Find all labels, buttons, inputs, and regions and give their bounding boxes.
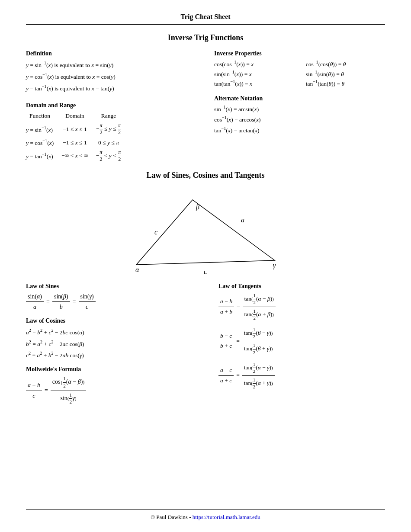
- inv-prop-2a: sin(sin−1(x)) = x: [214, 70, 293, 78]
- inverse-properties-grid: cos(cos−1(x)) = x cos−1(cos(θ)) = θ sin(…: [214, 60, 385, 87]
- table-row: y = sin−1(x) −1 ≤ x ≤ 1 −π2 ≤ y ≤ π2: [26, 121, 129, 137]
- col-domain: Domain: [61, 112, 96, 121]
- tan-formula-3: a − c a + c = tan(12(α − γ)) tan(12(α + …: [218, 361, 385, 390]
- right-laws: Law of Tangents a − b a + b = tan(12(α −…: [218, 283, 385, 412]
- definition-line2: y = cos−1(x) is equivalent to x = cos(y): [26, 71, 197, 81]
- inv-prop-2b: sin−1(sin(θ)) = θ: [306, 70, 385, 78]
- svg-text:b: b: [203, 270, 207, 274]
- law-of-tangents-title: Law of Tangents: [218, 283, 385, 290]
- footer-link[interactable]: https://tutorial.math.lamar.edu: [193, 514, 260, 520]
- cos-formula-2: b2 = a2 + c2 − 2ac cos(β): [26, 339, 193, 349]
- inv-prop-3b: tan−1(tan(θ)) = θ: [306, 79, 385, 87]
- alt-notation-1: sin−1(x) = arcsin(x): [214, 105, 385, 113]
- alt-notation-2: cos−1(x) = arccos(x): [214, 115, 385, 123]
- inverse-trig-content: Definition y = sin−1(x) is equivalent to…: [26, 50, 385, 164]
- svg-text:c: c: [154, 228, 157, 236]
- law-of-cosines: Law of Cosines a2 = b2 + c2 − 2bc cos(α)…: [26, 317, 193, 360]
- law-of-sines: Law of Sines sin(α) a = sin(β) b = sin(γ…: [26, 283, 193, 311]
- law-of-tangents: Law of Tangents a − b a + b = tan(12(α −…: [218, 283, 385, 390]
- tan-right-2: tan(12(β − γ)) tan(12(β + γ)): [242, 327, 275, 356]
- tan-left-3: a − c a + c: [218, 366, 234, 385]
- inv-prop-1b: cos−1(cos(θ)) = θ: [306, 60, 385, 68]
- definition-title: Definition: [26, 50, 197, 57]
- footer-copyright: © Paul Dawkins: [151, 514, 188, 520]
- tan-left-1: a − b a + b: [218, 298, 234, 316]
- cos-formula-3: c2 = a2 + b2 − 2ab cos(γ): [26, 350, 193, 360]
- definition-line3: y = tan−1(x) is equivalent to x = tan(y): [26, 83, 197, 93]
- domain-sin: −1 ≤ x ≤ 1: [61, 121, 96, 137]
- fn-sin: y = sin−1(x): [26, 121, 61, 137]
- table-row: y = tan−1(x) −∞ < x < ∞ −π2 < y < π2: [26, 148, 129, 164]
- range-cos: 0 ≤ y ≤ π: [96, 137, 129, 148]
- sin-beta-frac: sin(β) b: [52, 292, 70, 311]
- tan-formula-1: a − b a + b = tan(12(α − β)) tan(12(α + …: [218, 292, 385, 321]
- range-sin: −π2 ≤ y ≤ π2: [96, 121, 129, 137]
- law-section-title: Law of Sines, Cosines and Tangents: [26, 171, 385, 180]
- fn-cos: y = cos−1(x): [26, 137, 61, 148]
- domain-range-table: Function Domain Range y = sin−1(x) −1 ≤ …: [26, 112, 129, 164]
- footer: © Paul Dawkins - https://tutorial.math.l…: [26, 509, 385, 523]
- inv-prop-1a: cos(cos−1(x)) = x: [214, 60, 293, 68]
- law-of-sines-title: Law of Sines: [26, 283, 193, 290]
- right-column: Inverse Properties cos(cos−1(x)) = x cos…: [214, 50, 385, 164]
- range-tan: −π2 < y < π2: [96, 148, 129, 164]
- law-of-sines-formula: sin(α) a = sin(β) b = sin(γ) c: [26, 292, 193, 311]
- inverse-properties-title: Inverse Properties: [214, 50, 385, 57]
- table-row: y = cos−1(x) −1 ≤ x ≤ 1 0 ≤ y ≤ π: [26, 137, 129, 148]
- title-text: Trig Cheat Sheet: [180, 13, 230, 20]
- cos-formula-1: a2 = b2 + c2 − 2bc cos(α): [26, 327, 193, 337]
- svg-text:γ: γ: [273, 262, 276, 269]
- alt-notation-3: tan−1(x) = arctan(x): [214, 126, 385, 134]
- page: Trig Cheat Sheet Inverse Trig Functions …: [0, 0, 411, 532]
- mollweides-formula: Mollweide's Formula a + b c = cos(12(α −…: [26, 366, 193, 406]
- col-range: Range: [96, 112, 129, 121]
- col-function: Function: [26, 112, 61, 121]
- tan-formula-2: b − c b + c = tan(12(β − γ)) tan(12(β + …: [218, 327, 385, 356]
- tan-right-3: tan(12(α − γ)) tan(12(α + γ)): [242, 361, 275, 390]
- sin-alpha-frac: sin(α) a: [26, 292, 44, 311]
- law-content: Law of Sines sin(α) a = sin(β) b = sin(γ…: [26, 283, 385, 412]
- left-laws: Law of Sines sin(α) a = sin(β) b = sin(γ…: [26, 283, 193, 412]
- triangle-diagram: β a c α γ b: [26, 188, 385, 274]
- definition-line1: y = sin−1(x) is equivalent to x = sin(y): [26, 60, 197, 70]
- mollweide-right-frac: cos(12(α − β)) sin(12γ): [51, 375, 86, 406]
- svg-text:α: α: [135, 266, 139, 273]
- tan-left-2: b − c b + c: [218, 332, 234, 351]
- inv-prop-3a: tan(tan−1(x)) = x: [214, 79, 293, 87]
- domain-range-title: Domain and Range: [26, 102, 197, 109]
- sin-gamma-frac: sin(γ) c: [79, 292, 96, 311]
- left-column: Definition y = sin−1(x) is equivalent to…: [26, 50, 197, 164]
- svg-text:β: β: [196, 203, 199, 211]
- mollweide-formula: a + b c = cos(12(α − β)) sin(12γ): [26, 375, 193, 406]
- domain-tan: −∞ < x < ∞: [61, 148, 96, 164]
- mollweides-title: Mollweide's Formula: [26, 366, 193, 373]
- tan-right-1: tan(12(α − β)) tan(12(α + β)): [243, 292, 276, 321]
- fn-tan: y = tan−1(x): [26, 148, 61, 164]
- svg-text:a: a: [241, 216, 244, 224]
- domain-cos: −1 ≤ x ≤ 1: [61, 137, 96, 148]
- law-of-cosines-title: Law of Cosines: [26, 317, 193, 324]
- inverse-trig-section-title: Inverse Trig Functions: [26, 33, 385, 42]
- alternate-notation-title: Alternate Notation: [214, 95, 385, 102]
- mollweide-left-frac: a + b c: [26, 381, 42, 400]
- page-title: Trig Cheat Sheet: [26, 9, 385, 25]
- footer-separator: -: [189, 514, 193, 520]
- triangle-svg: β a c α γ b: [123, 188, 288, 274]
